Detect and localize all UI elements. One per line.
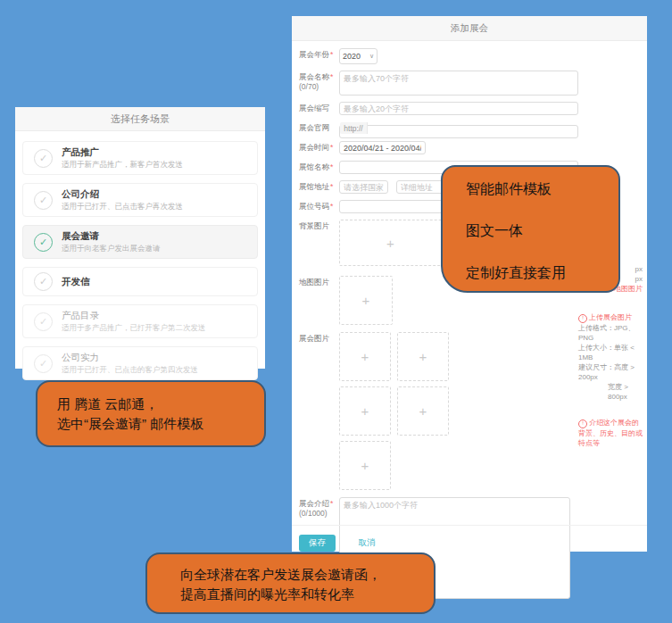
check-icon: ✓	[39, 195, 47, 206]
callout-goal: 向全球潜在客户发送展会邀请函， 提高直播间的曝光率和转化率	[145, 552, 436, 614]
check-circle-icon: ✓	[34, 149, 53, 168]
exhibition-image-upload-4[interactable]: +	[397, 386, 449, 436]
field-label: 地图图片	[299, 278, 329, 287]
hint-line: 上传格式：JPG、PNG	[578, 323, 644, 343]
callout-tool-choice: 用 腾道 云邮通， 选中“展会邀请” 邮件模板	[36, 380, 266, 447]
background-image-upload[interactable]: +	[339, 220, 442, 266]
exhibition-year-select[interactable]: 2020 ∨	[339, 48, 377, 64]
scenario-item-product-catalog[interactable]: ✓ 产品目录 适用于多产品推广，已打开客户第二次发送	[22, 304, 258, 338]
year-value: 2020	[343, 52, 361, 61]
exhibition-name-input[interactable]	[339, 71, 578, 96]
field-label: 展会图片	[299, 334, 329, 343]
scenario-item-desc: 适用于向老客户发出展会邀请	[62, 244, 161, 253]
exhibition-image-upload-5[interactable]: +	[339, 441, 391, 490]
check-circle-icon: ✓	[34, 272, 53, 291]
scenario-list: ✓ 产品推广 适用于新产品推广，新客户首次发送 ✓ 公司介绍 适用于已打开、已点…	[15, 131, 265, 380]
exhibition-images-hint: !上传展会图片 上传格式：JPG、PNG 上传大小：单张 < 1MB 建议尺寸：…	[578, 312, 644, 402]
plus-icon: +	[361, 403, 369, 419]
check-circle-icon: ✓	[34, 354, 53, 373]
callout-smart-template: 智能邮件模板 图文一体 定制好直接套用	[441, 165, 620, 293]
plus-icon: +	[386, 236, 394, 251]
check-icon: ✓	[39, 153, 47, 164]
scenario-item-desc: 适用于已打开、已点击的客户第四次发送	[62, 365, 198, 375]
exhibition-website-input[interactable]	[339, 125, 578, 138]
check-icon: ✓	[39, 316, 47, 328]
scenario-item-company-intro[interactable]: ✓ 公司介绍 适用于已打开、已点击客户再次发送	[22, 183, 258, 217]
field-label: 展馆名称	[299, 162, 329, 171]
exhibition-abbr-input[interactable]	[339, 102, 578, 115]
field-label: 背景图片	[299, 221, 329, 230]
required-mark: *	[330, 162, 333, 171]
scenario-item-exhibition-invite[interactable]: ✓ 展会邀请 适用于向老客户发出展会邀请	[22, 225, 258, 259]
scenario-item-desc: 适用于已打开、已点击客户再次发送	[62, 202, 183, 212]
char-counter: (0/1000)	[299, 509, 328, 518]
plus-icon: +	[361, 349, 369, 364]
scenario-panel-title: 选择任务场景	[15, 107, 265, 131]
field-label: 展会年份	[299, 50, 329, 59]
callout-line: 图文一体	[466, 222, 611, 241]
row-exhibition-abbr: 展会缩写	[299, 102, 640, 115]
cancel-button[interactable]: 取消	[353, 536, 380, 550]
check-circle-icon-selected: ✓	[34, 233, 53, 252]
scenario-item-product-promo[interactable]: ✓ 产品推广 适用于新产品推广，新客户首次发送	[22, 141, 258, 175]
save-button[interactable]: 保存	[299, 535, 336, 552]
field-label: 展位号码	[299, 202, 329, 211]
callout-line: 提高直播间的曝光率和转化率	[180, 585, 434, 604]
callout-line: 选中“展会邀请” 邮件模板	[57, 414, 264, 434]
char-counter: (0/70)	[299, 82, 319, 91]
check-circle-icon: ✓	[34, 191, 53, 210]
tip-icon: !	[578, 314, 587, 323]
scenario-item-label: 公司介绍	[62, 188, 183, 200]
url-prefix: http://	[340, 122, 368, 134]
hint-title: 上传展会图片	[589, 313, 632, 321]
scenario-item-label: 展会邀请	[62, 230, 161, 242]
required-mark: *	[330, 72, 333, 81]
row-exhibition-name: 展会名称* (0/70)	[299, 71, 640, 96]
check-icon: ✓	[39, 237, 47, 248]
scenario-item-label: 公司实力	[62, 352, 198, 363]
scenario-item-desc: 适用于多产品推广，已打开客户第二次发送	[62, 323, 206, 333]
exhibition-image-upload-1[interactable]: +	[339, 332, 391, 381]
exhibition-image-upload-3[interactable]: +	[339, 386, 391, 436]
row-exhibition-year: 展会年份* 2020 ∨	[299, 48, 640, 64]
plus-icon: +	[362, 293, 370, 308]
callout-line: 智能邮件模板	[466, 180, 611, 199]
scenario-item-label: 产品目录	[62, 310, 206, 321]
scenario-item-company-strength[interactable]: ✓ 公司实力 适用于已打开、已点击的客户第四次发送	[22, 346, 258, 380]
required-mark: *	[330, 202, 333, 211]
plus-icon: +	[419, 349, 427, 364]
exhibition-image-upload-2[interactable]: +	[397, 332, 449, 381]
field-label: 展会时间	[299, 143, 329, 152]
hint-line: 建议尺寸：高度 > 200px	[578, 362, 644, 382]
form-title: 添加展会	[292, 16, 647, 41]
callout-line: 用 腾道 云邮通，	[57, 395, 264, 414]
check-icon: ✓	[39, 276, 47, 287]
chevron-down-icon: ∨	[369, 53, 374, 60]
scenario-item-label: 产品推广	[62, 146, 183, 158]
plus-icon: +	[361, 458, 369, 473]
tip-icon: !	[578, 419, 587, 428]
exhibition-daterange-input[interactable]	[339, 141, 426, 154]
scenario-item-desc: 适用于新产品推广，新客户首次发送	[62, 160, 183, 170]
callout-line: 定制好直接套用	[466, 264, 611, 283]
hint-line: 上传大小：单张 < 1MB	[578, 343, 644, 362]
required-mark: *	[330, 50, 333, 59]
required-mark: *	[330, 499, 333, 508]
field-label: 展会缩写	[299, 104, 329, 112]
check-icon: ✓	[39, 358, 47, 370]
page-background: 选择任务场景 ✓ 产品推广 适用于新产品推广，新客户首次发送 ✓ 公司介绍 适用…	[0, 0, 672, 623]
field-label: 展会官网	[299, 123, 329, 132]
row-exhibition-time: 展会时间*	[299, 141, 640, 154]
callout-line: 向全球潜在客户发送展会邀请函，	[180, 565, 434, 585]
plus-icon: +	[419, 403, 427, 419]
map-image-upload[interactable]: +	[339, 276, 393, 325]
scenario-item-dev-letter[interactable]: ✓ 开发信	[22, 267, 258, 296]
field-label: 展馆地址	[299, 182, 329, 191]
required-mark: *	[330, 182, 333, 191]
row-exhibition-website: 展会官网 http://	[299, 121, 640, 135]
hint-text: 介绍这个展会的背景、历史、目的或特点等	[578, 419, 643, 447]
required-mark: *	[330, 143, 333, 152]
scenario-panel: 选择任务场景 ✓ 产品推广 适用于新产品推广，新客户首次发送 ✓ 公司介绍 适用…	[15, 107, 265, 369]
country-select-input[interactable]	[339, 180, 388, 194]
hint-line: 宽度 > 800px	[578, 382, 644, 402]
